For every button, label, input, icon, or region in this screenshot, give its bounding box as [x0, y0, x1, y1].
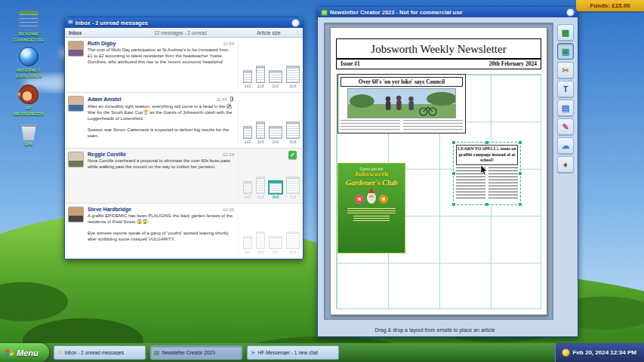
layout-thumb-icon: [243, 181, 252, 194]
avatar: [68, 96, 84, 112]
article-draft-spelling[interactable]: LEARN TO SPELL!, teens on graffiti rampa…: [453, 142, 521, 205]
date-label: 20th February 2024: [489, 60, 537, 67]
photo-tool-button[interactable]: ▤: [557, 100, 574, 116]
newsletter-window: ▤ Newsletter Creator 2023 - Not for comm…: [317, 6, 578, 337]
cloud-tool-button[interactable]: ☁: [557, 137, 574, 154]
avatar: [68, 152, 84, 167]
size-option-1x3[interactable]: 1x3: [256, 176, 265, 199]
poster-title: Jobsworth: [354, 171, 388, 179]
message-time: 11:45: [216, 97, 227, 102]
article-text-placeholder: [403, 120, 463, 131]
size-option-2x3[interactable]: 2x3: [286, 121, 300, 144]
gnome-icon: [367, 192, 376, 204]
layout-thumb-icon: [269, 236, 282, 249]
taskbar-item-newsletter-creator[interactable]: ▤ Newsletter Creator 2023: [150, 345, 242, 360]
avatar: [68, 207, 84, 222]
draw-tool-button[interactable]: ✎: [557, 118, 574, 135]
status-hint: Drag & drop a layout from emails to plac…: [318, 327, 552, 333]
taskbar-item-hf-messenger[interactable]: ➤ HF Messenger - 1 new chat: [247, 345, 339, 360]
bird-icon: ➤: [251, 350, 256, 356]
size-option-1x3[interactable]: 1x3: [256, 121, 265, 144]
layout-grid-tool-button[interactable]: ▦: [557, 24, 574, 41]
selection-handle[interactable]: [519, 203, 522, 206]
selection-handle[interactable]: [485, 141, 488, 144]
size-option-2x3[interactable]: 2x3: [286, 176, 300, 199]
sender-name: Reggie Corville: [88, 152, 126, 157]
message-row[interactable]: Steve Hardbridge 10:36 A graffiti EPIDEM…: [65, 204, 303, 258]
layout-canvas[interactable]: Jobsworth Weekly Newsletter Issue #1 20t…: [324, 23, 553, 320]
size-option-2x2[interactable]: 2x2: [269, 70, 282, 88]
size-label: 1x2: [245, 140, 251, 144]
layout-thumb-icon: [286, 121, 300, 139]
layout-thumb-icon: [256, 66, 265, 83]
crop-tool-button[interactable]: ✂: [557, 62, 574, 78]
window-control-button[interactable]: [566, 8, 575, 17]
inbox-column-header: Inbox 12 messages - 2 unread Article siz…: [65, 28, 303, 38]
message-count-label: 12 messages - 2 unread: [114, 30, 239, 35]
size-option-1x2[interactable]: 1x2: [243, 181, 252, 199]
desktop-icon-readme[interactable]: README CHANGELOG: [11, 11, 47, 43]
size-option-2x2[interactable]: 2x2: [269, 236, 282, 254]
window-title: Inbox - 2 unread messages: [75, 20, 289, 26]
sender-name: Steve Hardbridge: [88, 207, 131, 212]
selection-handle[interactable]: [452, 172, 455, 175]
size-option-1x2[interactable]: 1x2: [243, 70, 252, 88]
message-row[interactable]: Reggie Corville 12:24 Nora Corville over…: [65, 149, 303, 204]
placed-check-icon: ✓: [288, 151, 297, 159]
size-option-1x3[interactable]: 1x3: [256, 66, 265, 88]
poster-text-placeholder: [353, 216, 390, 222]
taskbar: Menu ✉ Inbox - 2 unread messages ▤ Newsl…: [0, 343, 644, 362]
desktop-icon-label: INTERNET EXPLORER: [11, 68, 47, 79]
window-control-button[interactable]: [291, 19, 300, 27]
window-title: Newsletter Creator 2023 - Not for commer…: [330, 9, 564, 16]
text-tool-button[interactable]: T: [557, 81, 574, 97]
recycle-bin-icon: [20, 122, 38, 140]
message-time: 10:36: [223, 207, 234, 212]
selection-handle[interactable]: [452, 141, 455, 144]
clock-text: Feb 20, 2024 12:34 PM: [573, 349, 637, 356]
article-council[interactable]: Over 60's 'on yer bike' says Council: [337, 74, 466, 133]
layout-thumb-icon: [269, 126, 282, 139]
desktop-icon-bin[interactable]: BIN: [11, 122, 47, 148]
poster-gardeners-club[interactable]: Come join the Jobsworth Gardener's Club: [337, 163, 405, 253]
message-row[interactable]: Adam Amstel 11:45 After an incredibly ti…: [65, 93, 303, 149]
menu-button[interactable]: Menu: [0, 343, 49, 362]
desktop-icon-messenger[interactable]: HF MESSENGER: [11, 84, 47, 117]
article-size-options: 1x2 1x3 2x2 2x3: [238, 207, 303, 256]
size-label: 1x2: [245, 250, 251, 254]
mail-icon: ✉: [57, 350, 63, 356]
selection-handle[interactable]: [452, 203, 455, 206]
selection-handle[interactable]: [519, 141, 522, 144]
message-content: Ruth Digby 11:59 The cost of Multi Day p…: [84, 41, 238, 90]
layout-thumb-icon: [286, 66, 300, 83]
image-frame-tool-button[interactable]: ▣: [557, 43, 574, 60]
tool-palette: ▦ ▣ ✂ T ▤ ✎ ☁ ♦: [557, 24, 575, 173]
stamp-tool-button[interactable]: ♦: [557, 156, 574, 173]
article-text-placeholder: [488, 167, 518, 199]
size-label: 1x3: [257, 195, 264, 199]
size-option-2x3[interactable]: 2x3: [286, 66, 300, 88]
message-row[interactable]: Ruth Digby 11:59 The cost of Multi Day p…: [65, 38, 303, 93]
selection-handle[interactable]: [519, 172, 522, 175]
bird-icon: [19, 84, 39, 104]
desktop-icon-internet[interactable]: INTERNET EXPLORER: [11, 47, 47, 79]
taskbar-item-label: HF Messenger - 1 new chat: [257, 350, 318, 355]
taskbar-item-inbox[interactable]: ✉ Inbox - 2 unread messages: [54, 345, 146, 360]
newsletter-titlebar[interactable]: ▤ Newsletter Creator 2023 - Not for comm…: [318, 7, 578, 17]
article-headline: LEARN TO SPELL!, teens on graffiti rampa…: [456, 145, 518, 165]
size-option-1x2[interactable]: 1x2: [243, 126, 252, 144]
size-option-2x2[interactable]: 2x2: [269, 126, 282, 144]
article-photo: [347, 88, 457, 118]
selection-handle[interactable]: [485, 203, 488, 206]
size-label: 2x2: [272, 195, 279, 199]
flower-icon: [355, 195, 364, 204]
newsletter-page[interactable]: Jobsworth Weekly Newsletter Issue #1 20t…: [330, 27, 547, 315]
size-option-1x2[interactable]: 1x2: [243, 236, 252, 254]
article-text-placeholder: [456, 167, 485, 199]
newsletter-icon: ▤: [154, 350, 160, 356]
size-option-2x3[interactable]: 2x3: [286, 232, 300, 254]
inbox-titlebar[interactable]: ✉ Inbox - 2 unread messages: [65, 17, 303, 28]
size-option-1x3[interactable]: 1x3: [256, 232, 265, 254]
size-option-2x2-selected[interactable]: 2x2: [269, 181, 282, 199]
size-label: 2x3: [290, 250, 297, 254]
